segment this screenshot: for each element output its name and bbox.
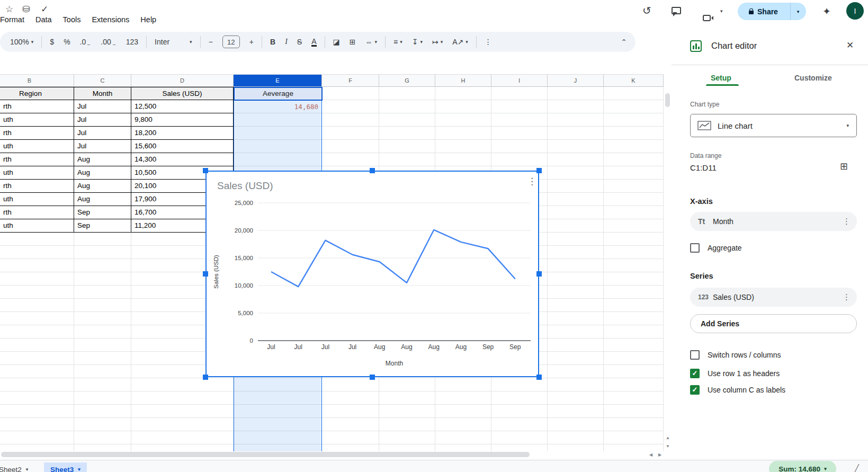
embedded-chart[interactable]: Sales (USD) ⋮ 05,00010,00015,00020,00025… <box>205 171 539 377</box>
borders-button[interactable]: ⊞ <box>345 38 361 46</box>
cell-B3[interactable]: uth <box>0 113 74 127</box>
option-row[interactable]: Switch rows / columns <box>690 350 781 360</box>
share-button-main[interactable]: Share <box>738 7 790 16</box>
select-range-grid-icon[interactable]: ⊞ <box>840 161 848 172</box>
scroll-right-icon[interactable]: ▶ <box>658 452 661 457</box>
cell-B1[interactable]: Region <box>0 87 74 100</box>
menu-help[interactable]: Help <box>140 15 156 24</box>
menu-data[interactable]: Data <box>35 15 52 24</box>
cell-C1[interactable]: Month <box>74 87 131 100</box>
font-select[interactable]: Inter▾ <box>150 38 197 46</box>
increase-decimals[interactable]: .00→ <box>96 38 121 47</box>
x-axis-kebab-icon[interactable]: ⋮ <box>843 217 851 226</box>
series-kebab-icon[interactable]: ⋮ <box>843 292 851 302</box>
menu-tools[interactable]: Tools <box>63 15 81 24</box>
comment-icon[interactable] <box>672 7 681 14</box>
cell-B6[interactable]: rth <box>0 153 74 166</box>
chart-resize-handle[interactable] <box>370 375 375 380</box>
cell-C8[interactable]: Aug <box>74 180 131 193</box>
text-rotation-button[interactable]: A↗▾ <box>448 38 473 46</box>
cell-D2[interactable]: 12,500 <box>131 100 234 113</box>
column-K[interactable] <box>604 87 664 451</box>
text-color-button[interactable]: A <box>307 38 321 47</box>
cell-C5[interactable]: Jul <box>74 140 131 153</box>
decrease-font-size-button[interactable]: − <box>204 38 218 46</box>
cell-B4[interactable]: rth <box>0 127 74 140</box>
share-options-caret[interactable]: ▾ <box>790 3 806 20</box>
tab-setup[interactable]: Setup <box>711 74 731 82</box>
cell-C9[interactable]: Aug <box>74 193 131 206</box>
text-wrapping-button[interactable]: ↦▾ <box>427 38 448 46</box>
cell-C6[interactable]: Aug <box>74 153 131 166</box>
column-header-H[interactable]: H <box>435 75 491 86</box>
add-series-button[interactable]: Add Series <box>690 314 857 333</box>
format-currency-button[interactable]: $ <box>45 38 59 46</box>
strikethrough-button[interactable]: S <box>292 38 307 46</box>
checked-checkbox[interactable]: ✓ <box>690 385 700 395</box>
increase-font-size-button[interactable]: + <box>245 38 258 46</box>
scroll-down-icon[interactable]: ▼ <box>666 444 670 449</box>
chart-resize-handle[interactable] <box>536 375 542 380</box>
cell-D4[interactable]: 18,200 <box>131 127 234 140</box>
italic-button[interactable]: I <box>280 38 292 46</box>
chart-resize-handle[interactable] <box>536 168 542 173</box>
video-call-icon[interactable] <box>703 15 711 21</box>
gemini-sparkle-icon[interactable]: ✦ <box>822 5 831 17</box>
chart-menu-kebab-icon[interactable]: ⋮ <box>527 176 536 187</box>
cell-C7[interactable]: Aug <box>74 166 131 180</box>
aggregate-checkbox[interactable] <box>690 243 700 253</box>
option-row[interactable]: ✓Use column C as labels <box>690 385 785 395</box>
share-button[interactable]: Share ▾ <box>738 3 806 20</box>
column-header-F[interactable]: F <box>322 75 379 86</box>
chart-resize-handle[interactable] <box>370 168 375 173</box>
font-size-input-button[interactable]: 12 <box>218 35 245 48</box>
cell-D6[interactable]: 14,300 <box>131 153 234 166</box>
selected-cell-E1[interactable]: Aeverage <box>234 87 323 101</box>
sum-badge[interactable]: Sum: 14,680 ▾ <box>769 461 836 472</box>
cell-B11[interactable]: uth <box>0 219 74 233</box>
fill-color-button[interactable]: ◪ <box>328 38 345 46</box>
cell-C3[interactable]: Jul <box>74 113 131 127</box>
chart-resize-handle[interactable] <box>536 271 542 277</box>
merge-cells-button[interactable]: ⇔▾ <box>360 38 382 46</box>
sheet-tab-sheet3[interactable]: Sheet3▾ <box>44 462 87 472</box>
column-header-I[interactable]: I <box>491 75 548 86</box>
column-header-E[interactable]: E <box>234 75 322 86</box>
collapse-toolbar-button[interactable]: ⌃ <box>621 38 627 46</box>
chart-resize-handle[interactable] <box>203 168 208 173</box>
cell-B2[interactable]: rth <box>0 100 74 113</box>
x-axis-field[interactable]: Tt Month ⋮ <box>690 212 857 231</box>
column-header-K[interactable]: K <box>604 75 664 86</box>
vertical-scrollbar[interactable] <box>665 93 670 107</box>
format-percent-button[interactable]: % <box>59 38 75 46</box>
zoom-select[interactable]: 100%▾ <box>5 38 38 46</box>
cell-D3[interactable]: 9,800 <box>131 113 234 127</box>
move-folder-icon[interactable]: ⛁ <box>22 4 30 15</box>
bold-button[interactable]: B <box>265 38 280 46</box>
column-J[interactable] <box>548 87 604 451</box>
checked-checkbox[interactable]: ✓ <box>690 369 700 378</box>
version-history-icon[interactable]: ↺ <box>642 4 651 17</box>
more-formats[interactable]: 123 <box>121 38 143 46</box>
menu-format[interactable]: Format <box>0 15 24 24</box>
close-panel-icon[interactable]: ✕ <box>846 40 854 51</box>
unchecked-checkbox[interactable] <box>690 350 700 360</box>
menu-extensions[interactable]: Extensions <box>92 15 129 24</box>
star-icon[interactable]: ☆ <box>5 4 13 15</box>
column-header-G[interactable]: G <box>379 75 435 86</box>
cell-D5[interactable]: 15,600 <box>131 140 234 153</box>
vertical-align-button[interactable]: ↧▾ <box>407 38 427 46</box>
decrease-decimals-button[interactable]: .0← <box>75 38 96 47</box>
cell-B10[interactable]: rth <box>0 206 74 219</box>
cell-D1[interactable]: Sales (USD) <box>131 87 234 100</box>
horizontal-scrollbar[interactable] <box>1 452 530 457</box>
scroll-up-icon[interactable]: ▲ <box>666 435 670 440</box>
chart-resize-handle[interactable] <box>203 375 208 380</box>
series-field[interactable]: 123 Sales (USD) ⋮ <box>690 288 857 307</box>
cell-C4[interactable]: Jul <box>74 127 131 140</box>
cell-B9[interactable]: uth <box>0 193 74 206</box>
chart-resize-handle[interactable] <box>203 271 208 277</box>
sheet-tab-sheet2[interactable]: Sheet2▾ <box>0 462 34 472</box>
column-header-B[interactable]: B <box>0 75 74 86</box>
column-header-C[interactable]: C <box>74 75 131 86</box>
